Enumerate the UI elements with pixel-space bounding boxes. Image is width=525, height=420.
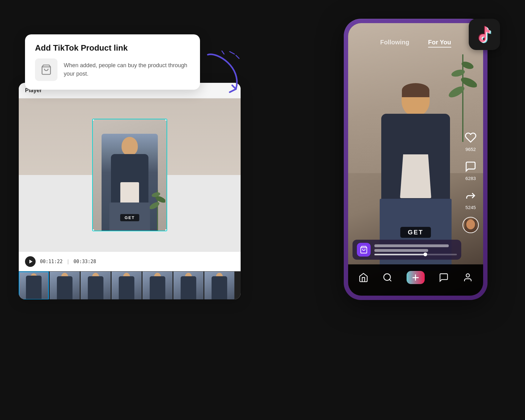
shop-text-lines [374,244,457,255]
nav-search[interactable] [382,272,392,282]
shopping-bag-icon [41,64,52,75]
shop-progress-bar [374,254,457,255]
heart-icon-container[interactable] [463,130,478,145]
tiktok-logo [469,19,500,50]
editor-panel: Player GET [19,83,241,299]
share-action[interactable]: 5245 [463,188,478,210]
phone-top-nav: Following For You [348,23,483,52]
person-body [111,154,148,210]
editor-controls: 00:11:22 | 00:33:28 [19,252,241,271]
product-icon-box[interactable] [35,58,58,81]
phone-screen: Following For You GET 9652 [348,23,483,296]
svg-line-2 [236,55,239,58]
filmstrip-frame[interactable] [19,272,49,299]
person-head [122,137,138,156]
product-description: When added, people can buy the product t… [64,61,190,78]
svg-line-3 [222,51,224,54]
frame-person [119,276,134,299]
frame-person [57,276,72,299]
filmstrip-frame[interactable] [50,272,80,299]
nav-profile[interactable] [463,272,473,282]
frame-person [181,276,196,299]
comment-count: 6283 [465,176,476,181]
frame-person [26,276,42,299]
handle-bl[interactable] [92,229,94,231]
share-icon-container[interactable] [463,188,478,203]
phone-person-hair [402,83,429,97]
avatar-action[interactable] [462,217,479,233]
filmstrip-frame[interactable] [112,272,142,299]
svg-point-16 [466,274,470,277]
shop-line-1 [374,244,449,247]
shop-progress-dot [423,252,427,256]
shop-bag-icon [360,246,368,254]
heart-icon [465,132,477,143]
avatar [462,217,479,233]
plus-button[interactable] [407,271,425,284]
product-card-body: When added, people can buy the product t… [35,58,190,81]
phone-person-shirt [400,154,431,198]
product-link-card: Add TikTok Product link When added, peop… [25,34,200,90]
handle-tl[interactable] [92,119,94,121]
nav-inbox[interactable] [439,272,449,282]
current-time: 00:11:22 | 00:33:28 [40,259,96,264]
filmstrip-frame[interactable] [173,272,203,299]
like-count: 9652 [465,147,476,152]
arrow-annotation [198,48,261,105]
handle-tr[interactable] [165,119,167,121]
phone-person-body [381,114,450,201]
main-scene: Add TikTok Product link When added, peop… [0,0,525,420]
share-count: 5245 [465,205,476,210]
nav-home[interactable] [358,272,368,282]
play-button[interactable] [25,256,36,267]
profile-icon [463,272,473,282]
get-badge-editor: GET [120,214,139,221]
nav-create[interactable] [407,271,425,284]
comment-icon [465,161,477,172]
video-preview-container[interactable]: GET [92,119,167,231]
shop-icon-circle [357,243,371,257]
handle-br[interactable] [165,229,167,231]
filmstrip-frame[interactable] [204,272,234,299]
like-action[interactable]: 9652 [463,130,478,152]
shop-progress-fill [374,254,424,255]
editor-body: GET [19,98,241,252]
tiktok-icon [474,24,494,44]
plant-decoration [150,181,165,231]
nav-following[interactable]: Following [380,39,409,48]
phone-mockup: Following For You GET 9652 [344,19,488,300]
phone-right-actions: 9652 6283 [462,130,479,233]
inbox-icon [439,272,449,282]
home-icon [358,272,368,282]
nav-for-you[interactable]: For You [428,39,451,48]
svg-line-1 [230,52,234,54]
get-badge-phone: GET [400,227,431,238]
shopping-banner[interactable] [352,240,461,260]
product-card-title: Add TikTok Product link [35,43,190,53]
frame-person [150,276,165,299]
svg-point-5 [150,201,161,211]
filmstrip [19,271,241,299]
phone-bottom-nav [348,264,483,296]
frame-person [88,276,103,299]
filmstrip-frame[interactable] [142,272,172,299]
comment-icon-container[interactable] [463,159,478,174]
search-icon [382,272,392,282]
share-icon [465,190,477,202]
filmstrip-frame[interactable] [81,272,111,299]
svg-point-14 [384,274,390,280]
svg-line-15 [389,279,391,281]
comment-action[interactable]: 6283 [463,159,478,181]
shop-line-2 [374,249,428,252]
frame-person [212,276,227,299]
